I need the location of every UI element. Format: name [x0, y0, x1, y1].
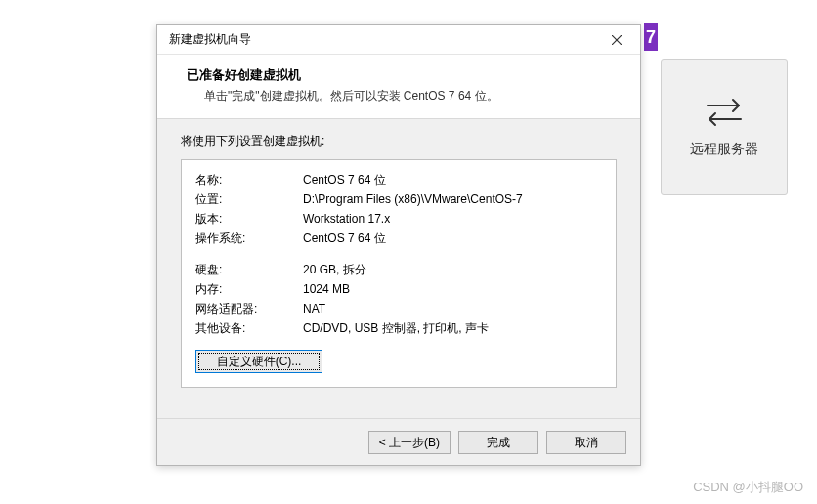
back-button[interactable]: < 上一步(B): [368, 431, 451, 454]
settings-value: CentOS 7 64 位: [303, 170, 602, 189]
settings-value: D:\Program Files (x86)\VMware\CentOS-7: [303, 189, 602, 209]
wizard-footer: < 上一步(B) 完成 取消: [157, 418, 640, 465]
customize-hardware-row: 自定义硬件(C)...: [195, 350, 602, 373]
settings-row: 其他设备:CD/DVD, USB 控制器, 打印机, 声卡: [195, 318, 602, 338]
settings-row: 内存:1024 MB: [195, 279, 602, 299]
settings-value: NAT: [303, 299, 602, 318]
settings-panel: 名称:CentOS 7 64 位 位置:D:\Program Files (x8…: [181, 159, 617, 388]
settings-key: 操作系统:: [195, 229, 303, 248]
close-icon: [612, 35, 622, 45]
watermark-text: CSDN @小抖腿OO: [693, 479, 803, 496]
settings-group-1: 名称:CentOS 7 64 位 位置:D:\Program Files (x8…: [195, 170, 602, 248]
remote-server-tile[interactable]: 远程服务器: [661, 59, 788, 195]
remote-server-label: 远程服务器: [690, 141, 758, 158]
settings-value: CentOS 7 64 位: [303, 229, 602, 248]
settings-value: 20 GB, 拆分: [303, 260, 602, 279]
settings-group-2: 硬盘:20 GB, 拆分 内存:1024 MB 网络适配器:NAT 其他设备:C…: [195, 260, 602, 338]
close-button[interactable]: [597, 26, 636, 54]
settings-key: 网络适配器:: [195, 299, 303, 318]
purple-corner-tag: 7: [644, 23, 658, 51]
titlebar: 新建虚拟机向导: [157, 25, 640, 55]
settings-key: 内存:: [195, 279, 303, 299]
wizard-subtitle: 单击"完成"创建虚拟机。然后可以安装 CentOS 7 64 位。: [204, 88, 617, 105]
settings-value: Workstation 17.x: [303, 209, 602, 229]
wizard-heading: 已准备好创建虚拟机: [187, 66, 617, 84]
settings-value: 1024 MB: [303, 279, 602, 299]
new-vm-wizard-dialog: 新建虚拟机向导 已准备好创建虚拟机 单击"完成"创建虚拟机。然后可以安装 Cen…: [156, 24, 641, 466]
settings-key: 位置:: [195, 189, 303, 209]
wizard-content: 将使用下列设置创建虚拟机: 名称:CentOS 7 64 位 位置:D:\Pro…: [157, 119, 640, 418]
customize-hardware-button[interactable]: 自定义硬件(C)...: [195, 350, 322, 373]
dialog-title: 新建虚拟机向导: [169, 31, 597, 48]
settings-row: 位置:D:\Program Files (x86)\VMware\CentOS-…: [195, 189, 602, 209]
cancel-button[interactable]: 取消: [546, 431, 626, 454]
finish-button[interactable]: 完成: [458, 431, 538, 454]
settings-row: 硬盘:20 GB, 拆分: [195, 260, 602, 279]
transfer-icon: [704, 96, 745, 129]
settings-row: 名称:CentOS 7 64 位: [195, 170, 602, 189]
settings-value: CD/DVD, USB 控制器, 打印机, 声卡: [303, 318, 602, 338]
settings-row: 网络适配器:NAT: [195, 299, 602, 318]
settings-key: 硬盘:: [195, 260, 303, 279]
settings-row: 操作系统:CentOS 7 64 位: [195, 229, 602, 248]
settings-key: 名称:: [195, 170, 303, 189]
settings-key: 其他设备:: [195, 318, 303, 338]
settings-row: 版本:Workstation 17.x: [195, 209, 602, 229]
wizard-header: 已准备好创建虚拟机 单击"完成"创建虚拟机。然后可以安装 CentOS 7 64…: [157, 55, 640, 119]
settings-intro: 将使用下列设置创建虚拟机:: [181, 133, 617, 149]
settings-key: 版本:: [195, 209, 303, 229]
